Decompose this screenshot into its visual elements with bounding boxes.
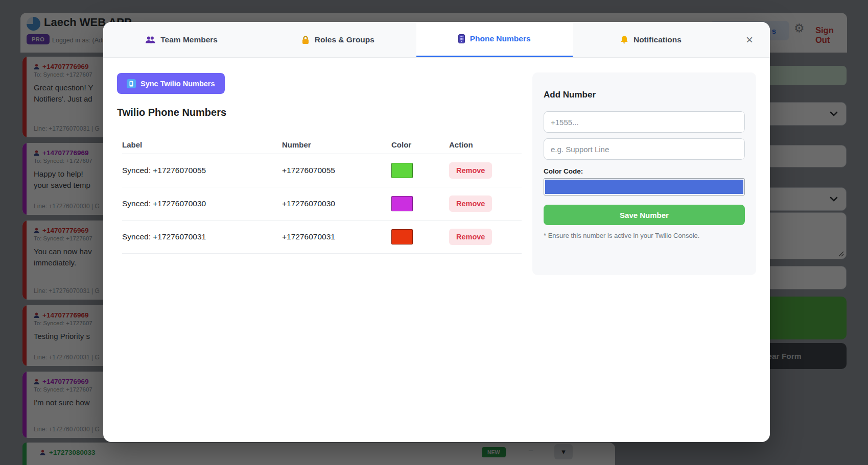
users-icon — [145, 36, 155, 43]
phone-number-cell: +17276070030 — [282, 187, 391, 221]
color-code-label: Color Code: — [544, 167, 745, 175]
bell-icon — [620, 35, 628, 44]
phone-label-cell: Synced: +17276070055 — [122, 154, 282, 187]
save-number-button[interactable]: Save Number — [544, 205, 745, 225]
label-input[interactable] — [544, 138, 745, 160]
tab-notifications[interactable]: Notifications — [573, 22, 729, 57]
color-swatch — [391, 229, 413, 244]
tab-label: Team Members — [160, 35, 218, 44]
col-header-action: Action — [449, 135, 522, 154]
tab-label: Notifications — [634, 35, 682, 44]
tab-label: Phone Numbers — [470, 34, 531, 43]
col-header-color: Color — [391, 135, 449, 154]
modal-tab-bar: Team Members Roles & Groups Phone Number… — [103, 22, 770, 58]
table-header-row: Label Number Color Action — [122, 135, 522, 154]
lock-icon — [301, 35, 310, 44]
tab-team-members[interactable]: Team Members — [103, 22, 260, 57]
tab-phone-numbers[interactable]: Phone Numbers — [416, 22, 573, 57]
table-row: Synced: +17276070031 +17276070031 Remove — [122, 221, 522, 254]
twilio-note: * Ensure this number is active in your T… — [544, 232, 745, 239]
phone-icon — [458, 34, 465, 43]
table-row: Synced: +17276070030 +17276070030 Remove — [122, 187, 522, 221]
remove-button[interactable]: Remove — [449, 229, 492, 245]
col-header-label: Label — [122, 135, 282, 154]
color-swatch — [391, 196, 413, 211]
table-row: Synced: +17276070055 +17276070055 Remove — [122, 154, 522, 187]
col-header-number: Number — [282, 135, 391, 154]
remove-button[interactable]: Remove — [449, 195, 492, 212]
sync-twilio-button[interactable]: Sync Twilio Numbers — [117, 73, 225, 94]
close-button[interactable]: × — [729, 22, 770, 57]
add-number-title: Add Number — [544, 90, 745, 100]
phone-label-cell: Synced: +17276070030 — [122, 187, 282, 221]
sync-phone-icon — [127, 79, 136, 88]
phone-numbers-table: Label Number Color Action Synced: +17276… — [122, 135, 522, 254]
color-swatch — [391, 163, 413, 178]
phone-number-cell: +17276070055 — [282, 154, 391, 187]
remove-button[interactable]: Remove — [449, 162, 492, 179]
phone-input[interactable] — [544, 111, 745, 133]
color-input-value — [545, 180, 743, 194]
twilio-section-title: Twilio Phone Numbers — [117, 107, 226, 118]
tab-roles-groups[interactable]: Roles & Groups — [260, 22, 416, 57]
sync-button-label: Sync Twilio Numbers — [140, 80, 215, 88]
phone-number-cell: +17276070031 — [282, 221, 391, 254]
screen: Laech WEB APP PRO Logged in as: (Admi s … — [0, 0, 868, 465]
settings-modal: Team Members Roles & Groups Phone Number… — [103, 22, 770, 442]
add-number-panel: Add Number Color Code: Save Number * Ens… — [532, 72, 756, 275]
tab-label: Roles & Groups — [315, 35, 374, 44]
color-input[interactable] — [544, 178, 745, 195]
phone-label-cell: Synced: +17276070031 — [122, 221, 282, 254]
